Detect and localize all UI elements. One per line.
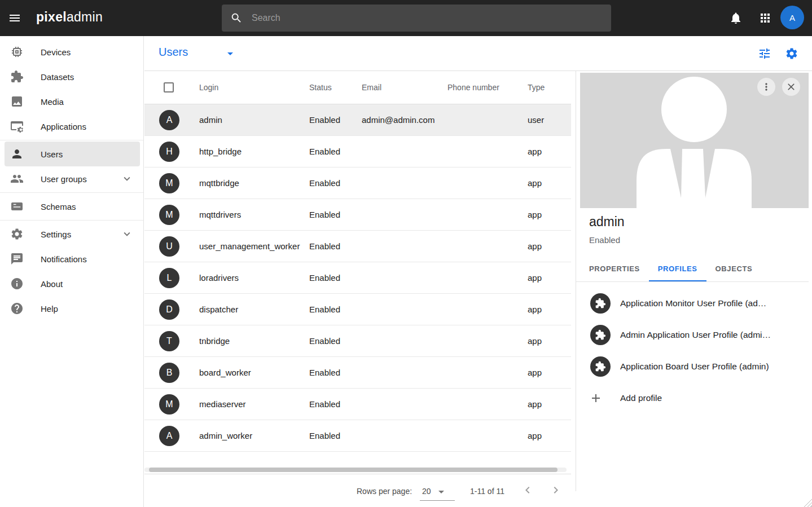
cell-type: app [528,147,571,156]
cell-type: app [528,241,571,251]
table-row-board_worker[interactable]: Bboard_workerEnabledapp [144,357,571,389]
cell-login: dispatcher [199,305,309,314]
tab-properties[interactable]: PROPERTIES [580,257,649,281]
tab-profiles[interactable]: PROFILES [649,257,706,281]
table-row-mqttbridge[interactable]: MmqttbridgeEnabledapp [144,167,571,199]
detail-status: Enabled [589,235,620,245]
profile-label: Admin Application User Profile (admi… [620,330,771,340]
table-row-loradrivers[interactable]: LloradriversEnabledapp [144,262,571,294]
next-page-button[interactable] [549,483,563,497]
sidebar-item-help[interactable]: Help [5,296,140,321]
detail-title: admin [589,214,625,230]
gear-icon [10,227,24,241]
cell-status: Enabled [309,273,362,283]
sidebar-item-label: Devices [41,47,71,57]
cell-status: Enabled [309,336,362,346]
chat-icon [10,252,24,266]
sidebar-item-label: Media [41,97,64,107]
table-row-admin_worker[interactable]: Aadmin_workerEnabledapp [144,420,571,452]
row-avatar: T [159,331,179,351]
horizontal-scrollbar-track [144,468,567,472]
kebab-menu-icon [761,81,772,92]
close-panel-button[interactable] [782,78,800,96]
cell-type: app [528,399,571,409]
cell-type: app [528,336,571,346]
cell-status: Enabled [309,399,362,409]
search-input[interactable] [251,12,604,24]
previous-page-button[interactable] [521,483,534,497]
puzzle-icon [595,329,606,341]
row-avatar: M [159,205,179,225]
cell-login: board_worker [199,368,309,377]
hamburger-menu-icon[interactable] [8,11,21,25]
sidebar-item-users[interactable]: Users [5,142,140,166]
row-avatar: D [159,299,179,320]
pagination-range: 1-11 of 11 [470,487,504,496]
table-row-user_management_worker[interactable]: Uuser_management_workerEnabledapp [144,231,571,262]
table-row-tnbridge[interactable]: TtnbridgeEnabledapp [144,325,571,357]
table-header-row: Login Status Email Phone number Type [144,71,571,104]
cell-login: admin [199,115,309,125]
column-header-type: Type [528,83,571,92]
user-avatar[interactable]: A [780,6,804,29]
sidebar-item-settings[interactable]: Settings [5,222,140,246]
search-icon [230,12,243,24]
profile-puzzle-badge [590,356,611,377]
table-row-mediaserver[interactable]: MmediaserverEnabledapp [144,389,571,420]
apps-grid-icon[interactable] [758,11,772,25]
profile-list-item[interactable]: Admin Application User Profile (admi… [576,319,812,351]
sidebar-item-label: Schemas [41,202,76,211]
cell-status: Enabled [309,178,362,188]
cell-type: app [528,305,571,314]
add-profile-button[interactable]: Add profile [576,382,812,414]
search-bar[interactable] [222,5,611,32]
profile-label: Application Monitor User Profile (ad… [620,298,766,308]
table-row-mqttdrivers[interactable]: MmqttdriversEnabledapp [144,199,571,231]
column-header-phone: Phone number [447,83,528,92]
rows-per-page-underline [420,500,455,501]
detail-tabs: PROPERTIESPROFILESOBJECTS [576,257,809,282]
more-options-button[interactable] [757,78,775,96]
sidebar-item-media[interactable]: Media [5,89,140,114]
sidebar-item-about[interactable]: About [5,271,140,296]
row-avatar: L [159,268,179,288]
tab-objects[interactable]: OBJECTS [706,257,762,281]
sidebar-item-label: Applications [41,122,86,131]
add-profile-label: Add profile [620,393,662,403]
sidebar-item-devices[interactable]: Devices [5,39,140,64]
puzzle-icon [10,70,24,83]
cell-status: Enabled [309,210,362,219]
cell-login: admin_worker [199,431,309,440]
info-icon [10,277,24,290]
cell-login: mqttbridge [199,178,309,188]
puzzle-icon [595,298,606,309]
page-title[interactable]: Users [159,46,188,59]
horizontal-scrollbar-thumb[interactable] [149,468,558,472]
row-avatar: M [159,173,179,193]
chevron-down-icon [121,228,133,240]
notifications-bell-icon[interactable] [729,11,743,25]
content-header: Users [144,36,812,71]
row-avatar: H [159,142,179,162]
sidebar-item-user-groups[interactable]: User groups [5,166,140,191]
logo-bold: pixel [36,10,67,24]
title-dropdown-caret-icon[interactable] [223,47,237,60]
card-icon [10,200,24,213]
sidebar-item-applications[interactable]: Applications [5,114,140,139]
table-row-admin[interactable]: AadminEnabledadmin@admin.comuser [144,104,571,136]
filter-tune-icon[interactable] [758,47,771,60]
table-row-http_bridge[interactable]: Hhttp_bridgeEnabledapp [144,136,571,167]
person-silhouette-icon [580,73,809,208]
sidebar-item-datasets[interactable]: Datasets [5,64,140,89]
cell-status: Enabled [309,241,362,251]
rows-per-page-caret-icon[interactable] [434,485,448,499]
sidebar-item-schemas[interactable]: Schemas [5,194,140,219]
rows-per-page-select[interactable]: 20 [422,487,431,496]
table-body: AadminEnabledadmin@admin.comuserHhttp_br… [144,104,571,452]
select-all-checkbox[interactable] [164,82,174,92]
sidebar-item-notifications[interactable]: Notifications [5,246,140,271]
profile-list-item[interactable]: Application Board User Profile (admin) [576,351,812,382]
table-row-dispatcher[interactable]: DdispatcherEnabledapp [144,294,571,325]
settings-gear-icon[interactable] [785,47,798,60]
profile-list-item[interactable]: Application Monitor User Profile (ad… [576,288,812,319]
